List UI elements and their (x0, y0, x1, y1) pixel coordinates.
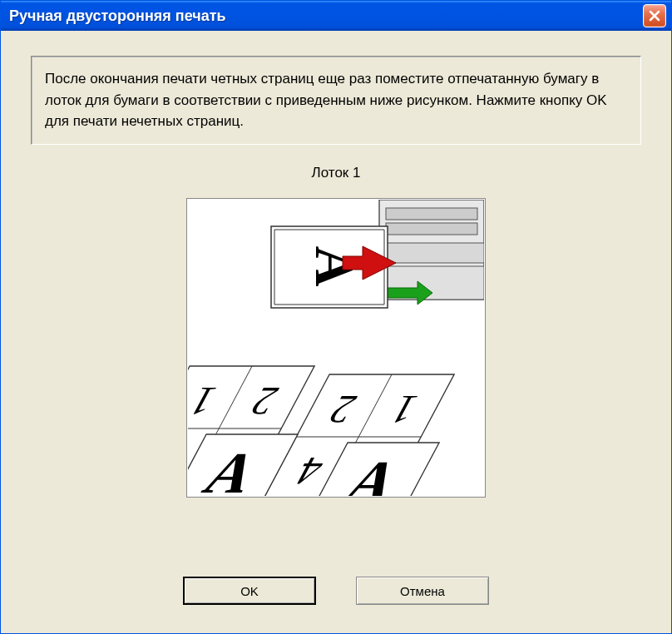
window-title: Ручная двусторонняя печать (9, 7, 226, 25)
button-row: OK Отмена (31, 577, 641, 605)
svg-rect-3 (386, 223, 477, 235)
dialog-content: После окончания печати четных страниц ещ… (1, 31, 671, 633)
instruction-text: После окончания печати четных страниц ещ… (31, 56, 641, 145)
tray-label: Лоток 1 (312, 165, 361, 181)
titlebar: Ручная двусторонняя печать (1, 1, 671, 31)
cancel-button[interactable]: Отмена (356, 577, 489, 605)
close-button[interactable] (643, 4, 666, 27)
tray-diagram: A 1 2 3 4 (186, 198, 486, 498)
svg-rect-2 (386, 208, 477, 220)
printer-illustration: A 1 2 3 4 (188, 200, 484, 496)
close-icon (649, 10, 660, 22)
svg-rect-4 (378, 243, 484, 263)
ok-button[interactable]: OK (183, 577, 316, 605)
dialog-window: Ручная двусторонняя печать После окончан… (0, 0, 672, 634)
